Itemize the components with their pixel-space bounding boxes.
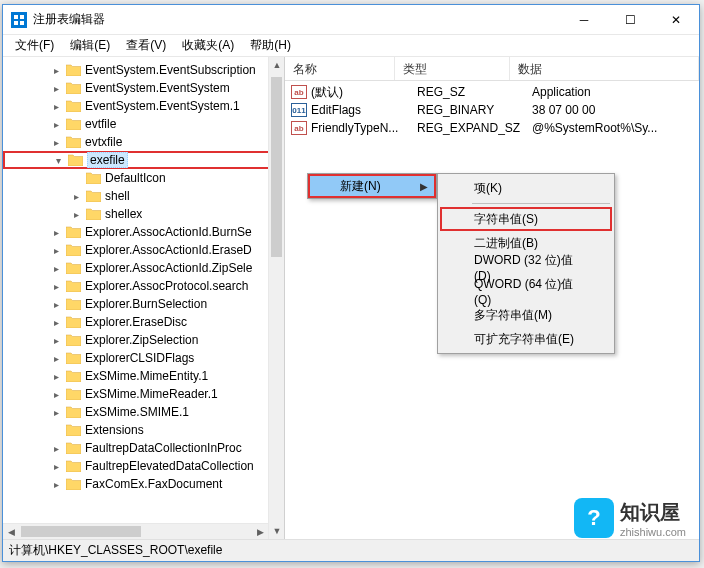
header-data[interactable]: 数据 — [510, 57, 699, 80]
expand-icon[interactable]: ▸ — [49, 279, 63, 293]
expand-icon[interactable] — [69, 171, 83, 185]
tree-item[interactable]: ▸EventSystem.EventSystem — [3, 79, 284, 97]
scroll-thumb-v[interactable] — [271, 77, 282, 257]
tree-scrollbar-h[interactable]: ◀ ▶ — [3, 523, 268, 539]
maximize-button[interactable]: ☐ — [607, 5, 653, 35]
value-row[interactable]: abFriendlyTypeN...REG_EXPAND_SZ@%SystemR… — [285, 119, 699, 137]
tree-item[interactable]: Extensions — [3, 421, 284, 439]
tree-item[interactable]: ▸Explorer.ZipSelection — [3, 331, 284, 349]
tree-item[interactable]: ▾exefile — [3, 151, 284, 169]
expand-icon[interactable]: ▾ — [51, 153, 65, 167]
tree-item[interactable]: ▸ExSMime.MimeReader.1 — [3, 385, 284, 403]
submenu-arrow-icon: ▶ — [420, 181, 428, 192]
expand-icon[interactable]: ▸ — [49, 477, 63, 491]
tree-item[interactable]: ▸Explorer.BurnSelection — [3, 295, 284, 313]
tree-item[interactable]: ▸ExplorerCLSIDFlags — [3, 349, 284, 367]
context-menu-primary: 新建(N) ▶ — [307, 173, 437, 199]
menu-file[interactable]: 文件(F) — [7, 35, 62, 56]
tree-panel: ▸EventSystem.EventSubscription▸EventSyst… — [3, 57, 285, 539]
folder-icon — [65, 369, 81, 383]
titlebar[interactable]: 注册表编辑器 ─ ☐ ✕ — [3, 5, 699, 35]
menu-favorites[interactable]: 收藏夹(A) — [174, 35, 242, 56]
expand-icon[interactable] — [49, 423, 63, 437]
expand-icon[interactable]: ▸ — [49, 99, 63, 113]
ctx-multi-string-value[interactable]: 多字符串值(M) — [440, 303, 612, 327]
value-name: (默认) — [311, 84, 417, 101]
tree-item-label: Explorer.AssocProtocol.search — [85, 279, 248, 293]
expand-icon[interactable]: ▸ — [49, 261, 63, 275]
value-row[interactable]: ab(默认)REG_SZApplication — [285, 83, 699, 101]
tree-item-label: EventSystem.EventSystem.1 — [85, 99, 240, 113]
tree-item[interactable]: ▸ExSMime.SMIME.1 — [3, 403, 284, 421]
expand-icon[interactable]: ▸ — [49, 333, 63, 347]
header-name[interactable]: 名称 — [285, 57, 395, 80]
menu-edit[interactable]: 编辑(E) — [62, 35, 118, 56]
minimize-button[interactable]: ─ — [561, 5, 607, 35]
expand-icon[interactable]: ▸ — [49, 225, 63, 239]
tree-scrollbar-v[interactable]: ▲ ▼ — [268, 57, 284, 539]
tree-item[interactable]: ▸EventSystem.EventSystem.1 — [3, 97, 284, 115]
tree-item[interactable]: ▸Explorer.EraseDisc — [3, 313, 284, 331]
expand-icon[interactable]: ▸ — [49, 441, 63, 455]
expand-icon[interactable]: ▸ — [49, 243, 63, 257]
tree-item[interactable]: ▸FaultrepDataCollectionInProc — [3, 439, 284, 457]
expand-icon[interactable]: ▸ — [49, 459, 63, 473]
expand-icon[interactable]: ▸ — [69, 189, 83, 203]
tree-item[interactable]: ▸FaultrepElevatedDataCollection — [3, 457, 284, 475]
registry-tree[interactable]: ▸EventSystem.EventSubscription▸EventSyst… — [3, 57, 284, 497]
close-button[interactable]: ✕ — [653, 5, 699, 35]
expand-icon[interactable]: ▸ — [49, 369, 63, 383]
tree-item[interactable]: ▸Explorer.AssocActionId.EraseD — [3, 241, 284, 259]
value-row[interactable]: 011EditFlagsREG_BINARY38 07 00 00 — [285, 101, 699, 119]
expand-icon[interactable]: ▸ — [49, 297, 63, 311]
svg-rect-0 — [14, 15, 18, 19]
tree-item[interactable]: ▸Explorer.AssocActionId.ZipSele — [3, 259, 284, 277]
expand-icon[interactable]: ▸ — [49, 135, 63, 149]
tree-item[interactable]: ▸Explorer.AssocActionId.BurnSe — [3, 223, 284, 241]
scroll-right-icon[interactable]: ▶ — [252, 524, 268, 539]
expand-icon[interactable]: ▸ — [49, 405, 63, 419]
tree-item[interactable]: ▸EventSystem.EventSubscription — [3, 61, 284, 79]
folder-icon — [65, 387, 81, 401]
tree-item-label: evtfile — [85, 117, 116, 131]
tree-item[interactable]: ▸ExSMime.MimeEntity.1 — [3, 367, 284, 385]
tree-item[interactable]: ▸shellex — [3, 205, 284, 223]
ctx-qword-value[interactable]: QWORD (64 位)值(Q) — [440, 279, 612, 303]
tree-item-label: FaxComEx.FaxDocument — [85, 477, 222, 491]
ctx-expand-string-value[interactable]: 可扩充字符串值(E) — [440, 327, 612, 351]
value-name: FriendlyTypeN... — [311, 121, 417, 135]
menu-view[interactable]: 查看(V) — [118, 35, 174, 56]
expand-icon[interactable]: ▸ — [49, 117, 63, 131]
values-list[interactable]: ab(默认)REG_SZApplication011EditFlagsREG_B… — [285, 81, 699, 139]
ctx-new[interactable]: 新建(N) ▶ — [308, 174, 436, 198]
expand-icon[interactable]: ▸ — [49, 315, 63, 329]
list-header: 名称 类型 数据 — [285, 57, 699, 81]
menu-help[interactable]: 帮助(H) — [242, 35, 299, 56]
expand-icon[interactable]: ▸ — [49, 81, 63, 95]
window-title: 注册表编辑器 — [33, 11, 561, 28]
ctx-expand-label: 可扩充字符串值(E) — [474, 331, 574, 348]
scroll-thumb-h[interactable] — [21, 526, 141, 537]
expand-icon[interactable]: ▸ — [69, 207, 83, 221]
ctx-string-value[interactable]: 字符串值(S) — [440, 207, 612, 231]
tree-item-label: ExSMime.SMIME.1 — [85, 405, 189, 419]
tree-item[interactable]: DefaultIcon — [3, 169, 284, 187]
tree-item[interactable]: ▸FaxComEx.FaxDocument — [3, 475, 284, 493]
scroll-left-icon[interactable]: ◀ — [3, 524, 19, 539]
tree-item-label: evtxfile — [85, 135, 122, 149]
header-type[interactable]: 类型 — [395, 57, 510, 80]
expand-icon[interactable]: ▸ — [49, 63, 63, 77]
tree-item[interactable]: ▸evtfile — [3, 115, 284, 133]
folder-icon — [65, 63, 81, 77]
folder-icon — [65, 333, 81, 347]
expand-icon[interactable]: ▸ — [49, 351, 63, 365]
tree-item[interactable]: ▸evtxfile — [3, 133, 284, 151]
tree-item-label: Explorer.EraseDisc — [85, 315, 187, 329]
expand-icon[interactable]: ▸ — [49, 387, 63, 401]
tree-item[interactable]: ▸shell — [3, 187, 284, 205]
scroll-down-icon[interactable]: ▼ — [269, 523, 285, 539]
tree-item[interactable]: ▸Explorer.AssocProtocol.search — [3, 277, 284, 295]
registry-editor-window: 注册表编辑器 ─ ☐ ✕ 文件(F) 编辑(E) 查看(V) 收藏夹(A) 帮助… — [2, 4, 700, 562]
ctx-key[interactable]: 项(K) — [440, 176, 612, 200]
scroll-up-icon[interactable]: ▲ — [269, 57, 285, 73]
